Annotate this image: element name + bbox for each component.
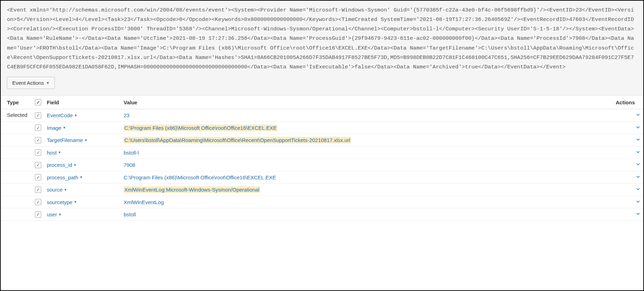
row-field-cell: Image▼: [44, 121, 121, 134]
table-row: ✓Image▼C:\Program Files (x86)\Microsoft …: [1, 121, 643, 134]
expand-actions-icon[interactable]: [636, 211, 641, 217]
row-value-cell: C:\Program Files (x86)\Microsoft Office\…: [121, 121, 612, 134]
expand-actions-icon[interactable]: [636, 187, 641, 193]
field-name: process_id: [47, 162, 72, 168]
value-link[interactable]: 7908: [124, 162, 135, 168]
expand-actions-icon[interactable]: [636, 112, 641, 118]
row-checkbox[interactable]: ✓: [35, 112, 41, 119]
row-value-cell: 23: [121, 109, 612, 122]
caret-down-icon: ▼: [58, 151, 61, 154]
row-checkbox[interactable]: ✓: [35, 174, 41, 180]
row-checkbox[interactable]: ✓: [35, 199, 41, 205]
header-checkbox[interactable]: ✓: [32, 96, 44, 109]
row-actions-cell: [612, 171, 643, 184]
caret-down-icon: ▼: [74, 114, 77, 117]
field-name: user: [47, 211, 57, 217]
row-actions-cell: [612, 146, 643, 159]
row-value-cell: bstoll-l: [121, 146, 612, 159]
row-type-cell: Selected: [1, 109, 32, 122]
row-value-cell: XmlWinEventLog: [121, 196, 612, 208]
row-value-cell: C:\Users\bstoll\AppData\Roaming\Microsof…: [121, 134, 612, 147]
field-name: process_path: [47, 174, 78, 180]
header-type: Type: [1, 96, 32, 109]
field-name: host: [47, 150, 57, 156]
expand-actions-icon[interactable]: [636, 162, 641, 168]
row-actions-cell: [612, 109, 643, 122]
field-link[interactable]: user▼: [47, 211, 61, 217]
field-name: EventCode: [47, 112, 73, 118]
value-link[interactable]: C:\Users\bstoll\AppData\Roaming\Microsof…: [124, 137, 351, 143]
field-link[interactable]: TargetFilename▼: [47, 137, 87, 143]
row-actions-cell: [612, 184, 643, 196]
value-link[interactable]: bstoll-l: [124, 150, 139, 156]
field-link[interactable]: sourcetype▼: [47, 199, 77, 205]
value-link[interactable]: bstoll: [124, 211, 136, 217]
field-name: Image: [47, 125, 61, 131]
value-link[interactable]: C:\Program Files (x86)\Microsoft Office\…: [124, 125, 277, 131]
expand-actions-icon[interactable]: [636, 125, 641, 131]
row-checkbox[interactable]: ✓: [35, 162, 41, 168]
row-checkbox[interactable]: ✓: [35, 149, 41, 156]
field-name: TargetFilename: [47, 137, 83, 143]
row-field-cell: host▼: [44, 146, 121, 159]
field-link[interactable]: process_id▼: [47, 162, 76, 168]
row-field-cell: TargetFilename▼: [44, 134, 121, 147]
table-row: ✓source▼XmlWinEventLog:Microsoft-Windows…: [1, 184, 643, 196]
row-checkbox[interactable]: ✓: [35, 125, 41, 131]
header-field: Field: [44, 96, 121, 109]
expand-actions-icon[interactable]: [636, 199, 641, 205]
field-link[interactable]: EventCode▼: [47, 112, 77, 118]
field-link[interactable]: source▼: [47, 187, 67, 193]
field-link[interactable]: host▼: [47, 150, 61, 156]
value-link[interactable]: 23: [124, 112, 130, 118]
select-all-checkbox[interactable]: ✓: [35, 99, 41, 105]
row-checkbox[interactable]: ✓: [35, 187, 41, 193]
row-field-cell: sourcetype▼: [44, 196, 121, 208]
row-checkbox-cell: ✓: [32, 109, 44, 122]
caret-down-icon: ▼: [58, 213, 61, 216]
row-checkbox-cell: ✓: [32, 196, 44, 208]
caret-down-icon: ▼: [74, 163, 77, 167]
raw-event-text: <Event xmlns='http://schemas.microsoft.c…: [7, 6, 637, 72]
event-actions-label: Event Actions: [12, 80, 44, 86]
table-row: ✓sourcetype▼XmlWinEventLog: [1, 196, 643, 208]
caret-down-icon: ▼: [64, 188, 67, 192]
row-checkbox-cell: ✓: [32, 184, 44, 196]
caret-down-icon: ▼: [84, 139, 87, 142]
expand-actions-icon[interactable]: [636, 150, 641, 156]
caret-down-icon: ▼: [63, 126, 66, 129]
table-row: Selected✓EventCode▼23: [1, 109, 643, 122]
header-value: Value: [121, 96, 612, 109]
field-link[interactable]: process_path▼: [47, 174, 83, 180]
event-actions-button[interactable]: Event Actions ▼: [7, 77, 55, 89]
row-checkbox-cell: ✓: [32, 146, 44, 159]
field-name: source: [47, 187, 63, 193]
row-field-cell: process_path▼: [44, 171, 121, 184]
table-row: ✓host▼bstoll-l: [1, 146, 643, 159]
row-field-cell: user▼: [44, 208, 121, 221]
table-row: ✓process_path▼C:\Program Files (x86)\Mic…: [1, 171, 643, 184]
expand-actions-icon[interactable]: [636, 137, 641, 143]
row-type-cell: [1, 196, 32, 208]
row-actions-cell: [612, 121, 643, 134]
row-field-cell: source▼: [44, 184, 121, 196]
row-type-cell: [1, 146, 32, 159]
value-link[interactable]: XmlWinEventLog:Microsoft-Windows-Sysmon/…: [124, 186, 260, 193]
row-type-cell: [1, 121, 32, 134]
row-type-cell: [1, 171, 32, 184]
row-checkbox[interactable]: ✓: [35, 137, 41, 143]
raw-event-panel: <Event xmlns='http://schemas.microsoft.c…: [1, 1, 643, 96]
field-link[interactable]: Image▼: [47, 125, 66, 131]
row-checkbox-cell: ✓: [32, 159, 44, 171]
row-checkbox-cell: ✓: [32, 208, 44, 221]
value-link[interactable]: C:\Program Files (x86)\Microsoft Office\…: [124, 174, 276, 180]
header-actions: Actions: [612, 96, 643, 109]
row-checkbox[interactable]: ✓: [35, 211, 41, 218]
value-link[interactable]: XmlWinEventLog: [124, 199, 164, 205]
row-actions-cell: [612, 196, 643, 208]
expand-actions-icon[interactable]: [636, 174, 641, 180]
row-value-cell: XmlWinEventLog:Microsoft-Windows-Sysmon/…: [121, 184, 612, 196]
table-row: ✓TargetFilename▼C:\Users\bstoll\AppData\…: [1, 134, 643, 147]
fields-table: Type ✓ Field Value Actions Selected✓Even…: [1, 96, 643, 221]
row-value-cell: C:\Program Files (x86)\Microsoft Office\…: [121, 171, 612, 184]
